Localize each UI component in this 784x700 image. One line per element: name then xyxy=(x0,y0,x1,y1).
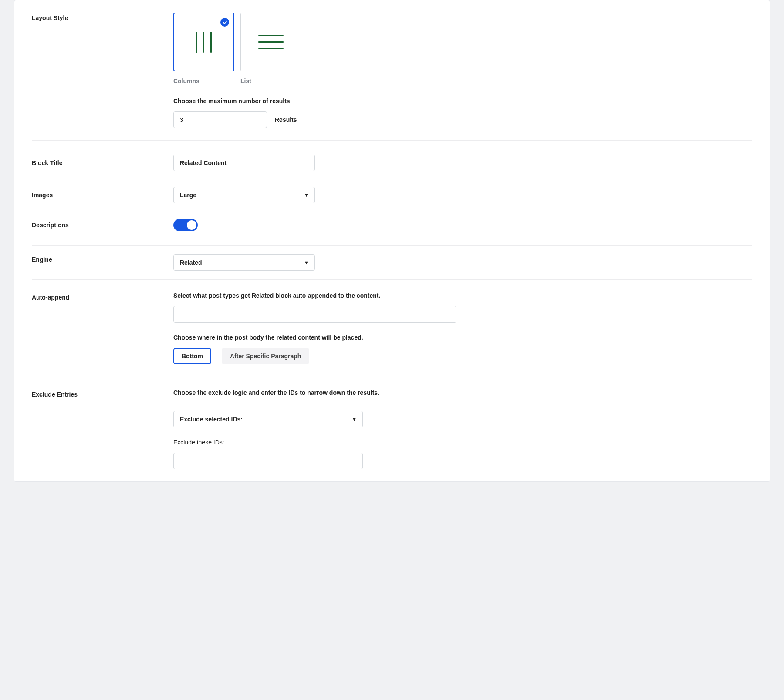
descriptions-toggle[interactable] xyxy=(173,219,198,231)
label-exclude-entries: Exclude Entries xyxy=(32,391,173,398)
check-icon xyxy=(220,18,229,27)
label-engine: Engine xyxy=(32,256,173,263)
layout-card-label: List xyxy=(240,77,301,84)
columns-icon xyxy=(196,32,212,53)
layout-card-list[interactable]: List xyxy=(240,13,301,84)
auto-append-posttypes-input[interactable] xyxy=(173,306,456,323)
section-auto-append: Auto-append Select what post types get R… xyxy=(32,280,752,377)
layout-card-columns[interactable]: Columns xyxy=(173,13,234,84)
results-help: Choose the maximum number of results xyxy=(173,98,752,104)
label-images: Images xyxy=(32,192,173,199)
section-layout-style: Layout Style Columns xyxy=(32,0,752,141)
layout-card-label: Columns xyxy=(173,77,234,84)
tab-bottom[interactable]: Bottom xyxy=(173,348,211,364)
block-title-input[interactable] xyxy=(173,155,315,171)
exclude-ids-input[interactable] xyxy=(173,453,363,469)
exclude-logic-select[interactable]: Exclude selected IDs: xyxy=(173,411,363,427)
images-select[interactable]: Large xyxy=(173,187,315,203)
layout-style-cards: Columns List xyxy=(173,13,752,84)
results-input[interactable] xyxy=(173,111,267,128)
exclude-help: Choose the exclude logic and enter the I… xyxy=(173,389,752,396)
list-icon xyxy=(258,35,284,49)
exclude-ids-label: Exclude these IDs: xyxy=(173,439,752,446)
section-block-settings: Block Title Images Large ▼ Descriptions xyxy=(32,141,752,246)
auto-append-help1: Select what post types get Related block… xyxy=(173,292,752,299)
section-exclude-entries: Exclude Entries Choose the exclude logic… xyxy=(32,377,752,481)
label-auto-append: Auto-append xyxy=(32,294,173,301)
placement-tabs: Bottom After Specific Paragraph xyxy=(173,348,752,364)
label-layout-style: Layout Style xyxy=(32,14,173,21)
results-suffix: Results xyxy=(275,116,297,123)
label-descriptions: Descriptions xyxy=(32,222,173,229)
auto-append-help2: Choose where in the post body the relate… xyxy=(173,334,752,341)
engine-select[interactable]: Related xyxy=(173,254,315,271)
label-block-title: Block Title xyxy=(32,159,173,166)
tab-after-paragraph[interactable]: After Specific Paragraph xyxy=(222,348,309,364)
section-engine: Engine Related ▼ xyxy=(32,246,752,280)
